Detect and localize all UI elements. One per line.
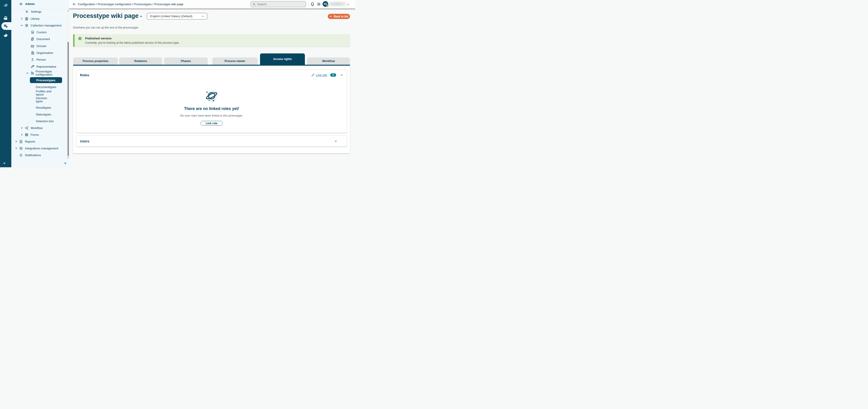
sidebar-item-resulttypes[interactable]: Resulttypes [36,104,51,111]
sidebar-collapse-icon[interactable]: « [64,161,66,165]
sidebar-item-organization[interactable]: Organization [31,49,53,56]
sidebar-item-label: Processtypes [36,78,56,82]
back-to-list-label: Back to list [334,15,348,18]
sidebar-item-workflow[interactable]: Workflow [20,125,42,131]
back-arrow-icon[interactable] [72,2,76,6]
horizontal-scrollbar[interactable] [69,9,355,9]
sidebar-expand-icon[interactable]: » [3,161,5,165]
language-select[interactable]: English (United States) (Default) [147,13,207,20]
sidebar-item-processtype-configuration[interactable]: Processtype configuration [26,68,60,78]
note-pencil-icon [31,30,34,34]
back-to-list-button[interactable]: Back to list [328,14,350,19]
chevron-down-icon [26,71,29,75]
sidebar-item-label: Settings [31,10,41,13]
pencil-icon [311,73,315,77]
sidebar-item-document[interactable]: Document [31,36,50,42]
roles-title: Roles [80,73,89,77]
breadcrumb[interactable]: Configuration / Processtype configuratio… [78,2,184,6]
sidebar-item-label: Profiles and layout [36,90,54,96]
sidebar-item-notifications[interactable]: Notifications [19,151,41,159]
report-icon [19,140,23,143]
sidebar: Admin Settings Library Collection manage… [11,0,69,167]
sidebar-item-label: Statustypes [36,113,51,116]
chevron-right-icon [20,133,23,136]
branch-icon [25,126,29,130]
sidebar-item-label: Organization [36,51,53,55]
sidebar-item-label: Collection management [31,24,62,27]
search-input[interactable] [257,2,304,6]
tab-relations[interactable]: Relations [119,58,162,65]
document-icon [31,37,34,41]
chevron-down-icon[interactable] [334,140,337,143]
users-title: Users [80,139,90,143]
sidebar-item-label: Reports [25,140,35,143]
envelope-icon [31,44,34,48]
tab-workflow[interactable]: Workflow [307,58,350,65]
chevron-down-icon[interactable] [347,3,349,6]
layers-icon [25,24,29,27]
sidebar-item-custom[interactable]: Custom [31,29,46,36]
sidebar-item-label: Forms [31,133,39,136]
sidebar-item-library[interactable]: Library [20,15,40,22]
tab-process-properties[interactable]: Process properties [73,58,118,65]
sidebar-item-documenttypes[interactable]: Documenttypes [36,83,56,90]
prism-icon[interactable] [3,33,8,38]
people-icon[interactable] [3,15,8,21]
tab-content-panel: Roles Link role 0 There are no linked ro… [73,66,350,153]
form-icon [25,133,29,137]
chevron-right-icon [20,126,23,130]
sidebar-item-reports[interactable]: Reports [14,138,35,145]
puzzle-icon [19,146,23,150]
sidebar-item-selection-lists[interactable]: Selection lists [36,118,54,125]
language-select-value: English (United States) (Default) [150,14,202,18]
app-logo[interactable] [3,2,8,8]
sidebar-item-integrations-management[interactable]: Integrations management [14,145,58,151]
sidebar-item-dossier[interactable]: Dossier [31,42,46,49]
sidebar-item-profiles-and-layout[interactable]: Profiles and layout [36,90,54,96]
chevron-up-icon[interactable] [340,74,343,76]
search-icon [253,3,256,6]
tab-process-viewer[interactable]: Process viewer [212,58,257,65]
sidebar-item-forms[interactable]: Forms [20,131,39,138]
scrollbar-up-arrow[interactable] [67,10,69,11]
sidebar-item-statustypes[interactable]: Statustypes [36,111,51,118]
empty-state-message: No user roles have been linked to this p… [76,114,347,117]
tab-access-rights[interactable]: Access rights [260,54,305,65]
page-subtitle: Overhere you can set up the rest of the … [73,26,139,29]
info-icon: i [79,37,82,40]
empty-state-title: There are no linked roles yet! [76,106,347,111]
sidebar-item-label: Decision types [36,97,52,103]
link-role-link[interactable]: Link role [311,73,327,77]
search-box[interactable] [250,1,306,7]
title-dot-separator [141,16,142,17]
user-name-redacted [329,2,346,6]
building-icon [31,51,34,55]
sidebar-item-collection-management[interactable]: Collection management [20,22,62,29]
sidebar-item-label: Library [31,17,40,21]
roles-count-badge: 0 [330,73,336,77]
online-status-badge [327,5,329,7]
sidebar-item-processtypes-active[interactable]: Processtypes [30,77,62,83]
sidebar-item-label: Document [36,37,50,41]
sidebar-item-person[interactable]: Person [31,56,46,63]
scrollbar-down-arrow[interactable] [67,157,69,158]
gears-icon[interactable] [3,23,8,29]
tab-phases[interactable]: Phases [164,58,208,65]
gear-icon [25,10,29,13]
chevron-right-icon [20,17,23,20]
person-card-icon [31,65,34,69]
chevron-right-icon [14,147,18,150]
users-section[interactable]: Users [76,135,347,147]
nav-rail: » [0,0,11,167]
roles-empty-state: There are no linked roles yet! No user r… [76,89,347,126]
sidebar-item-decision-types[interactable]: Decision types [36,96,52,103]
link-role-button[interactable]: Link role [200,121,223,126]
gear-icon[interactable] [316,2,321,6]
route-flag-icon [30,71,34,75]
chevron-right-icon [14,140,18,143]
sidebar-header: Admin [25,2,35,6]
bell-icon[interactable] [310,2,315,6]
sidebar-item-settings[interactable]: Settings [25,8,41,15]
sidebar-scrollbar-thumb[interactable] [67,42,69,156]
sidebar-item-label: Dossier [36,44,46,48]
